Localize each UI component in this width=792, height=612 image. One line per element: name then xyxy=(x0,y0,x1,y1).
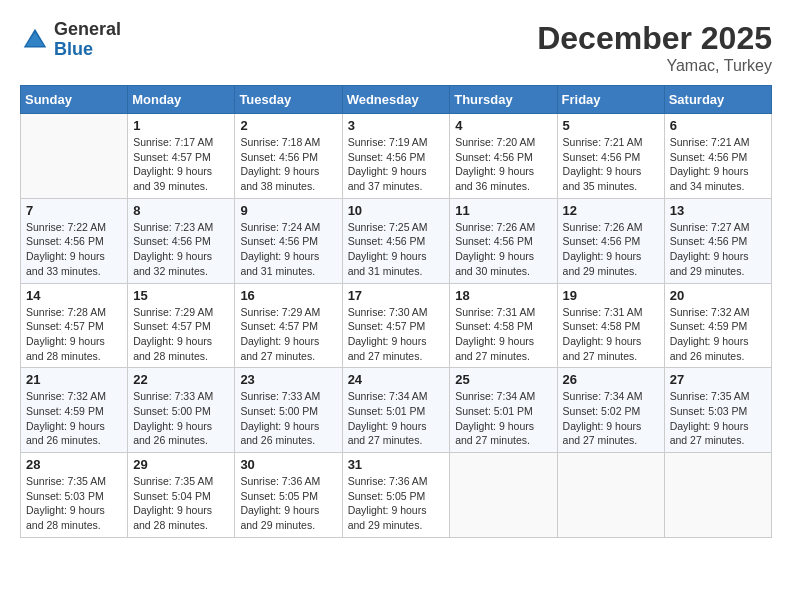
day-cell: 28Sunrise: 7:35 AM Sunset: 5:03 PM Dayli… xyxy=(21,453,128,538)
day-number: 17 xyxy=(348,288,445,303)
day-info: Sunrise: 7:26 AM Sunset: 4:56 PM Dayligh… xyxy=(563,220,659,279)
day-info: Sunrise: 7:34 AM Sunset: 5:02 PM Dayligh… xyxy=(563,389,659,448)
day-cell: 27Sunrise: 7:35 AM Sunset: 5:03 PM Dayli… xyxy=(664,368,771,453)
day-cell: 26Sunrise: 7:34 AM Sunset: 5:02 PM Dayli… xyxy=(557,368,664,453)
day-cell: 25Sunrise: 7:34 AM Sunset: 5:01 PM Dayli… xyxy=(450,368,557,453)
day-cell xyxy=(450,453,557,538)
day-info: Sunrise: 7:17 AM Sunset: 4:57 PM Dayligh… xyxy=(133,135,229,194)
week-row-3: 14Sunrise: 7:28 AM Sunset: 4:57 PM Dayli… xyxy=(21,283,772,368)
day-cell: 3Sunrise: 7:19 AM Sunset: 4:56 PM Daylig… xyxy=(342,114,450,199)
logo-blue: Blue xyxy=(54,40,121,60)
day-info: Sunrise: 7:25 AM Sunset: 4:56 PM Dayligh… xyxy=(348,220,445,279)
week-row-5: 28Sunrise: 7:35 AM Sunset: 5:03 PM Dayli… xyxy=(21,453,772,538)
day-info: Sunrise: 7:27 AM Sunset: 4:56 PM Dayligh… xyxy=(670,220,766,279)
day-number: 20 xyxy=(670,288,766,303)
day-info: Sunrise: 7:32 AM Sunset: 4:59 PM Dayligh… xyxy=(670,305,766,364)
day-info: Sunrise: 7:35 AM Sunset: 5:04 PM Dayligh… xyxy=(133,474,229,533)
day-cell: 24Sunrise: 7:34 AM Sunset: 5:01 PM Dayli… xyxy=(342,368,450,453)
day-info: Sunrise: 7:21 AM Sunset: 4:56 PM Dayligh… xyxy=(670,135,766,194)
day-number: 30 xyxy=(240,457,336,472)
day-number: 16 xyxy=(240,288,336,303)
header-sunday: Sunday xyxy=(21,86,128,114)
calendar-table: SundayMondayTuesdayWednesdayThursdayFrid… xyxy=(20,85,772,538)
month-title: December 2025 xyxy=(537,20,772,57)
logo-general: General xyxy=(54,20,121,40)
week-row-2: 7Sunrise: 7:22 AM Sunset: 4:56 PM Daylig… xyxy=(21,198,772,283)
day-number: 28 xyxy=(26,457,122,472)
day-number: 10 xyxy=(348,203,445,218)
day-cell: 31Sunrise: 7:36 AM Sunset: 5:05 PM Dayli… xyxy=(342,453,450,538)
day-cell: 23Sunrise: 7:33 AM Sunset: 5:00 PM Dayli… xyxy=(235,368,342,453)
day-cell xyxy=(664,453,771,538)
day-number: 18 xyxy=(455,288,551,303)
day-info: Sunrise: 7:21 AM Sunset: 4:56 PM Dayligh… xyxy=(563,135,659,194)
day-number: 12 xyxy=(563,203,659,218)
day-info: Sunrise: 7:23 AM Sunset: 4:56 PM Dayligh… xyxy=(133,220,229,279)
day-cell: 14Sunrise: 7:28 AM Sunset: 4:57 PM Dayli… xyxy=(21,283,128,368)
day-number: 9 xyxy=(240,203,336,218)
day-info: Sunrise: 7:31 AM Sunset: 4:58 PM Dayligh… xyxy=(563,305,659,364)
day-cell: 11Sunrise: 7:26 AM Sunset: 4:56 PM Dayli… xyxy=(450,198,557,283)
day-number: 21 xyxy=(26,372,122,387)
day-number: 4 xyxy=(455,118,551,133)
header-wednesday: Wednesday xyxy=(342,86,450,114)
day-info: Sunrise: 7:32 AM Sunset: 4:59 PM Dayligh… xyxy=(26,389,122,448)
day-cell: 13Sunrise: 7:27 AM Sunset: 4:56 PM Dayli… xyxy=(664,198,771,283)
day-cell: 5Sunrise: 7:21 AM Sunset: 4:56 PM Daylig… xyxy=(557,114,664,199)
day-cell: 6Sunrise: 7:21 AM Sunset: 4:56 PM Daylig… xyxy=(664,114,771,199)
day-number: 8 xyxy=(133,203,229,218)
day-number: 15 xyxy=(133,288,229,303)
day-cell: 22Sunrise: 7:33 AM Sunset: 5:00 PM Dayli… xyxy=(128,368,235,453)
page-header: General Blue December 2025 Yamac, Turkey xyxy=(20,20,772,75)
header-saturday: Saturday xyxy=(664,86,771,114)
day-cell xyxy=(557,453,664,538)
day-info: Sunrise: 7:35 AM Sunset: 5:03 PM Dayligh… xyxy=(26,474,122,533)
day-info: Sunrise: 7:29 AM Sunset: 4:57 PM Dayligh… xyxy=(240,305,336,364)
day-number: 19 xyxy=(563,288,659,303)
header-row: SundayMondayTuesdayWednesdayThursdayFrid… xyxy=(21,86,772,114)
day-cell: 30Sunrise: 7:36 AM Sunset: 5:05 PM Dayli… xyxy=(235,453,342,538)
day-cell: 17Sunrise: 7:30 AM Sunset: 4:57 PM Dayli… xyxy=(342,283,450,368)
day-number: 11 xyxy=(455,203,551,218)
day-info: Sunrise: 7:36 AM Sunset: 5:05 PM Dayligh… xyxy=(348,474,445,533)
day-number: 22 xyxy=(133,372,229,387)
day-info: Sunrise: 7:31 AM Sunset: 4:58 PM Dayligh… xyxy=(455,305,551,364)
day-info: Sunrise: 7:34 AM Sunset: 5:01 PM Dayligh… xyxy=(348,389,445,448)
day-cell: 20Sunrise: 7:32 AM Sunset: 4:59 PM Dayli… xyxy=(664,283,771,368)
header-thursday: Thursday xyxy=(450,86,557,114)
day-number: 13 xyxy=(670,203,766,218)
title-block: December 2025 Yamac, Turkey xyxy=(537,20,772,75)
day-info: Sunrise: 7:34 AM Sunset: 5:01 PM Dayligh… xyxy=(455,389,551,448)
week-row-4: 21Sunrise: 7:32 AM Sunset: 4:59 PM Dayli… xyxy=(21,368,772,453)
day-number: 27 xyxy=(670,372,766,387)
location: Yamac, Turkey xyxy=(537,57,772,75)
day-cell: 10Sunrise: 7:25 AM Sunset: 4:56 PM Dayli… xyxy=(342,198,450,283)
day-info: Sunrise: 7:35 AM Sunset: 5:03 PM Dayligh… xyxy=(670,389,766,448)
day-info: Sunrise: 7:20 AM Sunset: 4:56 PM Dayligh… xyxy=(455,135,551,194)
header-friday: Friday xyxy=(557,86,664,114)
day-cell: 21Sunrise: 7:32 AM Sunset: 4:59 PM Dayli… xyxy=(21,368,128,453)
day-cell xyxy=(21,114,128,199)
day-info: Sunrise: 7:24 AM Sunset: 4:56 PM Dayligh… xyxy=(240,220,336,279)
day-info: Sunrise: 7:33 AM Sunset: 5:00 PM Dayligh… xyxy=(133,389,229,448)
day-info: Sunrise: 7:18 AM Sunset: 4:56 PM Dayligh… xyxy=(240,135,336,194)
day-number: 14 xyxy=(26,288,122,303)
day-info: Sunrise: 7:28 AM Sunset: 4:57 PM Dayligh… xyxy=(26,305,122,364)
day-cell: 16Sunrise: 7:29 AM Sunset: 4:57 PM Dayli… xyxy=(235,283,342,368)
day-info: Sunrise: 7:22 AM Sunset: 4:56 PM Dayligh… xyxy=(26,220,122,279)
day-cell: 15Sunrise: 7:29 AM Sunset: 4:57 PM Dayli… xyxy=(128,283,235,368)
day-cell: 2Sunrise: 7:18 AM Sunset: 4:56 PM Daylig… xyxy=(235,114,342,199)
day-number: 26 xyxy=(563,372,659,387)
day-info: Sunrise: 7:30 AM Sunset: 4:57 PM Dayligh… xyxy=(348,305,445,364)
day-cell: 29Sunrise: 7:35 AM Sunset: 5:04 PM Dayli… xyxy=(128,453,235,538)
week-row-1: 1Sunrise: 7:17 AM Sunset: 4:57 PM Daylig… xyxy=(21,114,772,199)
day-number: 5 xyxy=(563,118,659,133)
header-tuesday: Tuesday xyxy=(235,86,342,114)
day-number: 6 xyxy=(670,118,766,133)
day-info: Sunrise: 7:33 AM Sunset: 5:00 PM Dayligh… xyxy=(240,389,336,448)
day-number: 23 xyxy=(240,372,336,387)
day-number: 25 xyxy=(455,372,551,387)
header-monday: Monday xyxy=(128,86,235,114)
logo-icon xyxy=(20,25,50,55)
calendar-header: SundayMondayTuesdayWednesdayThursdayFrid… xyxy=(21,86,772,114)
